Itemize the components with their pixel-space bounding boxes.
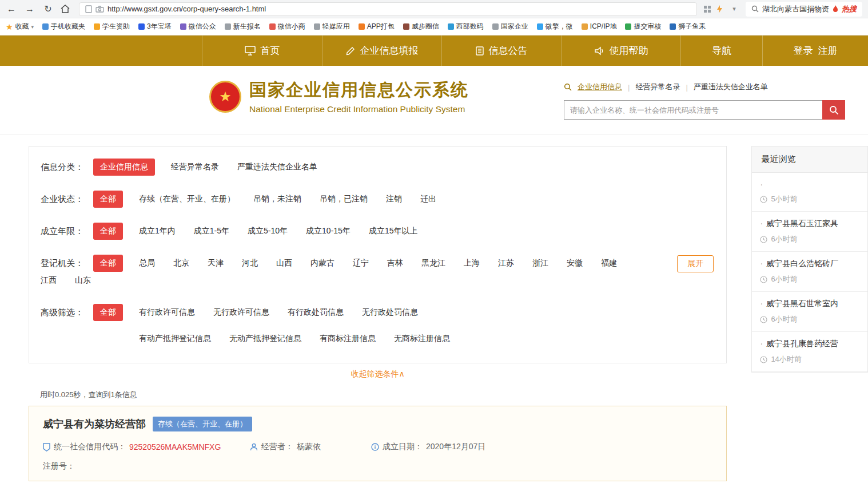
collapse-filters-link[interactable]: 收起筛选条件∧ <box>29 369 727 379</box>
tab-credit-info[interactable]: 企业信用信息 <box>578 82 622 92</box>
bookmark-item[interactable]: 提交审核 <box>625 22 661 31</box>
register-link[interactable]: 注册 <box>818 44 838 57</box>
company-name-link[interactable]: 威宁县有为菜坊经营部 <box>43 417 146 431</box>
recent-item[interactable]: 威宁县黑石玉江家具 6小时前 <box>752 212 867 252</box>
login-link[interactable]: 登录 <box>794 44 813 57</box>
filter-option[interactable]: 吊销，未注销 <box>253 191 301 208</box>
filter-selected-chip[interactable]: 企业信用信息 <box>93 159 155 176</box>
recent-item-name[interactable]: 威宁县孔康兽药经营 <box>760 339 859 349</box>
filter-option[interactable]: 吊销，已注销 <box>320 191 368 208</box>
filter-selected-chip[interactable]: 全部 <box>93 191 123 208</box>
hot-badge[interactable]: 热搜 <box>842 4 857 14</box>
filter-selected-chip[interactable]: 全部 <box>93 223 123 240</box>
bookmark-label: 提交审核 <box>634 22 661 31</box>
recent-item-name[interactable]: 威宁县黑石玉江家具 <box>760 219 859 229</box>
bookmark-item[interactable]: 轻媒应用 <box>314 22 350 31</box>
flash-icon[interactable] <box>716 5 723 14</box>
bookmark-item[interactable]: 学生资助 <box>94 22 130 31</box>
bookmark-favicon-icon <box>582 23 588 30</box>
filter-option[interactable]: 黑龙江 <box>421 255 445 272</box>
hot-search-text[interactable]: 湖北向蒙古国捐物资 <box>762 4 829 14</box>
forward-icon[interactable]: → <box>24 4 35 14</box>
filter-selected-chip[interactable]: 全部 <box>93 255 123 272</box>
hot-search-box[interactable]: 湖北向蒙古国捐物资 热搜 <box>746 2 862 17</box>
filter-option[interactable]: 内蒙古 <box>310 255 335 272</box>
bookmark-item[interactable]: ICP/IP地 <box>582 22 617 31</box>
result-card[interactable]: 威宁县有为菜坊经营部 存续（在营、开业、在册） 统一社会信用代码： 925205… <box>29 406 727 481</box>
filter-option[interactable]: 安徽 <box>567 255 583 272</box>
filter-option[interactable]: 严重违法失信企业名单 <box>237 159 317 176</box>
nav-notice[interactable]: 信息公告 <box>441 35 561 66</box>
nav-home[interactable]: 首页 <box>202 35 322 66</box>
bookmark-item[interactable]: 手机收藏夹 <box>42 22 85 31</box>
tab-illegal-list[interactable]: 严重违法失信企业名单 <box>694 82 768 92</box>
filter-option[interactable]: 无商标注册信息 <box>394 330 450 347</box>
camera-icon[interactable] <box>95 6 104 13</box>
filter-option[interactable]: 成立1年内 <box>139 223 176 240</box>
filter-option[interactable]: 山西 <box>276 255 292 272</box>
favorites-menu[interactable]: ★ 收藏 ▾ <box>6 22 34 31</box>
filter-option[interactable]: 无行政许可信息 <box>213 304 269 321</box>
expand-button[interactable]: 展开 <box>677 255 714 272</box>
filter-option[interactable]: 上海 <box>464 255 480 272</box>
search-input[interactable] <box>564 100 822 120</box>
bookmark-item[interactable]: APP打包 <box>359 22 395 31</box>
filter-option[interactable]: 经营异常名录 <box>171 159 219 176</box>
filter-option[interactable]: 成立15年以上 <box>369 223 418 240</box>
filter-option[interactable]: 存续（在营、开业、在册） <box>139 191 235 208</box>
recent-item[interactable]: 威宁县白么浩铭砖厂 6小时前 <box>752 252 867 292</box>
bookmark-item[interactable]: 狮子鱼耒 <box>670 22 706 31</box>
bookmarks-bar: ★ 收藏 ▾ 手机收藏夹 学生资助 3年宝塔 微信公众 新生报名 微信小商 <box>0 18 868 35</box>
bookmark-item[interactable]: 微信小商 <box>269 22 305 31</box>
nav-navigate[interactable]: 导航 <box>680 35 762 66</box>
recent-item-name[interactable]: 威宁县黑石世常室内 <box>760 299 859 309</box>
bookmark-item[interactable]: 威步圈信 <box>403 22 439 31</box>
filter-option[interactable]: 无动产抵押登记信息 <box>229 330 301 347</box>
filter-option[interactable]: 辽宁 <box>353 255 369 272</box>
filter-option[interactable]: 有动产抵押登记信息 <box>139 330 211 347</box>
bookmark-item[interactable]: 微擎，微 <box>537 22 573 31</box>
refresh-icon[interactable]: ↻ <box>42 3 54 14</box>
filter-option[interactable]: 江西 <box>41 272 57 289</box>
home-icon[interactable] <box>61 5 72 13</box>
chevron-down-icon[interactable]: ▾ <box>728 5 740 13</box>
filter-option[interactable]: 有行政处罚信息 <box>288 304 344 321</box>
recent-item-name[interactable]: 威宁县白么浩铭砖厂 <box>760 259 859 269</box>
filter-option[interactable]: 江苏 <box>498 255 514 272</box>
bookmark-item[interactable]: 新生报名 <box>225 22 261 31</box>
bookmark-item[interactable]: 微信公众 <box>180 22 216 31</box>
filter-option[interactable]: 福建 <box>601 255 617 272</box>
recent-item[interactable]: 5小时前 <box>752 173 867 212</box>
bookmark-item[interactable]: 西部数码 <box>448 22 484 31</box>
filter-option[interactable]: 山东 <box>75 272 91 289</box>
filter-option[interactable]: 注销 <box>386 191 402 208</box>
nav-help[interactable]: 使用帮助 <box>561 35 680 66</box>
apps-grid-icon[interactable] <box>704 6 711 13</box>
filter-option[interactable]: 无行政处罚信息 <box>362 304 418 321</box>
filter-option[interactable]: 北京 <box>173 255 189 272</box>
filter-option[interactable]: 浙江 <box>532 255 548 272</box>
bookmark-item[interactable]: 国家企业 <box>492 22 528 31</box>
recent-item-name[interactable] <box>760 180 859 189</box>
recent-item[interactable]: 威宁县孔康兽药经营 14小时前 <box>752 332 867 372</box>
back-icon[interactable]: ← <box>6 4 17 14</box>
filter-option[interactable]: 迁出 <box>420 191 436 208</box>
filter-row-category: 信息分类： 企业信用信息 经营异常名录 严重违法失信企业名单 <box>29 151 726 183</box>
filter-option[interactable]: 河北 <box>242 255 258 272</box>
filter-option[interactable]: 天津 <box>208 255 224 272</box>
filter-option[interactable]: 有商标注册信息 <box>320 330 376 347</box>
filter-option[interactable]: 总局 <box>139 255 155 272</box>
filter-option[interactable]: 成立1-5年 <box>194 223 229 240</box>
bookmark-item[interactable]: 3年宝塔 <box>138 22 172 31</box>
filter-option[interactable]: 成立10-15年 <box>306 223 351 240</box>
filter-row-status: 企业状态： 全部 存续（在营、开业、在册） 吊销，未注销 吊销，已注销 注销 迁… <box>29 183 726 215</box>
address-bar[interactable]: http://www.gsxt.gov.cn/corp-query-search… <box>79 2 697 16</box>
search-button[interactable] <box>822 100 845 120</box>
filter-option[interactable]: 有行政许可信息 <box>139 304 195 321</box>
tab-abnormal-list[interactable]: 经营异常名录 <box>635 82 680 92</box>
nav-enterprise-fill[interactable]: 企业信息填报 <box>322 35 441 66</box>
recent-item[interactable]: 威宁县黑石世常室内 6小时前 <box>752 292 867 332</box>
filter-option[interactable]: 吉林 <box>387 255 403 272</box>
filter-option[interactable]: 成立5-10年 <box>248 223 288 240</box>
filter-selected-chip[interactable]: 全部 <box>93 304 123 321</box>
